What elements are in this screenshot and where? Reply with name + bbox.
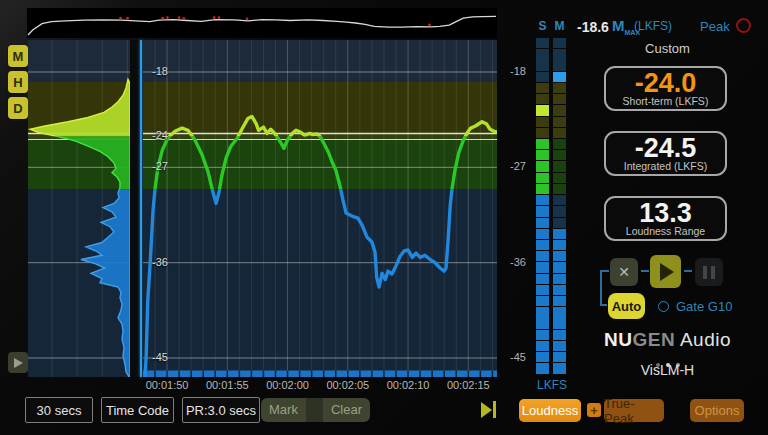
history-overview-strip[interactable]	[27, 8, 497, 38]
meter-segment	[553, 49, 566, 59]
time-tick-label: 00:01:55	[206, 379, 249, 391]
preset-name: Custom	[575, 41, 760, 56]
meter-segment	[536, 206, 549, 216]
play-button[interactable]	[650, 255, 681, 288]
playhead-cursor[interactable]	[140, 40, 142, 377]
loudness-distribution-panel	[28, 40, 130, 377]
time-tick-label: 00:02:10	[387, 379, 430, 391]
momentary-max-value: -18.6	[577, 19, 609, 35]
pr-window-value: PR:3.0 secs	[186, 403, 256, 418]
tab-momentary[interactable]: M	[8, 45, 28, 67]
clear-button[interactable]: Clear	[323, 398, 370, 422]
meter-segment	[553, 206, 566, 216]
skip-to-live-button[interactable]	[481, 401, 496, 418]
meter-m-header: M	[553, 19, 566, 33]
meter-segment	[536, 251, 549, 261]
meter-segment	[553, 184, 566, 194]
meter-segment	[553, 352, 566, 362]
meter-segment	[553, 341, 566, 351]
meter-segment	[536, 117, 549, 127]
meter-segment	[553, 83, 566, 93]
meter-segment	[536, 296, 549, 306]
reset-button[interactable]: ✕	[610, 258, 638, 286]
meter-segment	[536, 218, 549, 228]
meter-segment	[553, 173, 566, 183]
short-term-readout[interactable]: -24.0 Short-term (LKFS)	[604, 66, 727, 111]
connector-line	[600, 304, 607, 306]
meter-segment	[553, 363, 566, 373]
y-tick-label: -24	[152, 129, 168, 141]
meter-segment	[536, 318, 549, 328]
tab-momentary-label: M	[13, 49, 24, 64]
time-mode-select[interactable]: Time Code	[101, 397, 174, 423]
options-button[interactable]: Options	[690, 399, 744, 422]
connector-line	[641, 270, 649, 272]
reset-icon: ✕	[618, 264, 630, 280]
divider	[306, 398, 323, 422]
meter-segment	[536, 262, 549, 272]
y-tick-label: -36	[152, 256, 168, 268]
loudness-range-readout[interactable]: 13.3 Loudness Range	[604, 196, 727, 241]
meter-s-header: S	[536, 19, 549, 33]
nugen-logo: NUGEN Audio	[575, 329, 760, 351]
meter-segment	[536, 72, 549, 82]
short-term-label: Short-term (LKFS)	[623, 96, 709, 107]
meter-segment	[553, 296, 566, 306]
meter-scale-label: -18	[496, 65, 526, 77]
history-length-value: 30 secs	[37, 403, 82, 418]
meter-segment	[536, 341, 549, 351]
gate-label: Gate G10	[676, 299, 732, 314]
loudness-view-button[interactable]: Loudness	[519, 399, 581, 422]
meter-segment	[553, 150, 566, 160]
history-play-button[interactable]	[8, 352, 28, 373]
meter-segment	[553, 330, 566, 340]
auto-label: Auto	[612, 299, 642, 314]
options-label: Options	[695, 403, 740, 418]
loudness-history-chart[interactable]	[143, 40, 497, 377]
meter-scale-label: -36	[496, 256, 526, 268]
meter-segment	[536, 173, 549, 183]
gate-radio[interactable]	[658, 301, 669, 312]
integrated-readout[interactable]: -24.5 Integrated (LKFS)	[604, 131, 727, 176]
pause-button[interactable]	[695, 258, 723, 286]
time-tick-label: 00:01:50	[146, 379, 189, 391]
add-view-button[interactable]: +	[587, 403, 601, 417]
mark-button[interactable]: Mark	[261, 398, 306, 422]
auto-button[interactable]: Auto	[608, 293, 645, 319]
tab-history[interactable]: H	[8, 71, 28, 93]
meter-segment	[553, 307, 566, 317]
integrated-label: Integrated (LKFS)	[624, 161, 707, 172]
tab-history-label: H	[13, 75, 22, 90]
tab-distribution-label: D	[13, 101, 22, 116]
loudness-view-label: Loudness	[522, 403, 578, 418]
meter-segment	[553, 117, 566, 127]
plus-icon: +	[590, 403, 598, 418]
meter-segment	[553, 240, 566, 250]
meter-segment	[553, 229, 566, 239]
momentary-max-unit: (LKFS)	[634, 19, 672, 33]
truepeak-view-button[interactable]: True-Peak	[604, 399, 664, 422]
meter-scale-label: -45	[496, 351, 526, 363]
meter-segment	[536, 285, 549, 295]
momentary-meter-bar[interactable]	[553, 38, 566, 375]
time-tick-label: 00:02:15	[447, 379, 490, 391]
meter-unit-label: LKFS	[530, 378, 574, 392]
play-icon	[660, 263, 674, 281]
meter-segment	[536, 184, 549, 194]
pause-icon	[711, 266, 715, 279]
peak-indicator-light[interactable]	[736, 18, 751, 33]
time-tick-label: 00:02:00	[266, 379, 309, 391]
tab-distribution[interactable]: D	[8, 97, 28, 119]
meter-segment	[553, 285, 566, 295]
meter-segment	[553, 218, 566, 228]
connector-line	[600, 270, 602, 306]
truepeak-view-label: True-Peak	[604, 396, 664, 426]
meter-segment	[553, 105, 566, 115]
meter-segment	[553, 38, 566, 48]
meter-segment	[536, 60, 549, 70]
connector-line	[684, 270, 692, 272]
history-length-select[interactable]: 30 secs	[25, 397, 93, 423]
short-term-meter-bar[interactable]	[536, 38, 549, 375]
pr-window-select[interactable]: PR:3.0 secs	[182, 397, 260, 423]
meter-segment	[536, 128, 549, 138]
